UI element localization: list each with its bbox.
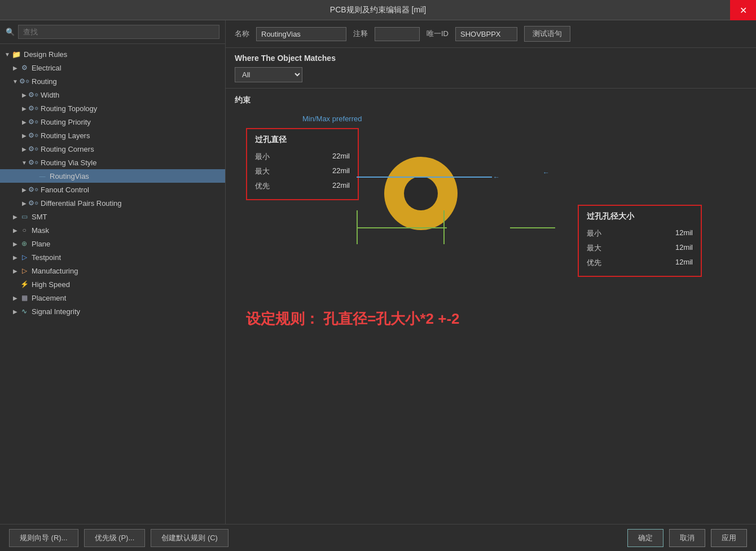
gear-icon-width: ⚙⚙ xyxy=(28,90,38,100)
arrow-mask: ▶ xyxy=(11,227,19,233)
via-hole-max-value: 12mil xyxy=(675,243,693,253)
via-hole-min-row: 最小 12mil xyxy=(587,226,693,241)
label-electrical: Electrical xyxy=(32,64,61,72)
gear-icon-electrical: ⚙ xyxy=(19,63,29,73)
title-bar: PCB规则及约束编辑器 [mil] ✕ xyxy=(0,0,756,20)
search-bar: 🔍 xyxy=(0,20,225,44)
tree-item-electrical[interactable]: ▶ ⚙ Electrical xyxy=(0,61,225,74)
diameter-arrow: ← xyxy=(357,173,500,181)
name-input[interactable] xyxy=(256,27,346,41)
comment-input[interactable] xyxy=(375,27,420,41)
arrow-design-rules: ▼ xyxy=(3,51,11,58)
label-diff-pairs: Differential Pairs Routing xyxy=(41,199,122,208)
constraint-title: 约束 xyxy=(235,95,747,105)
gear-icon-fanout: ⚙⚙ xyxy=(28,184,38,195)
arrow-routing: ▼ xyxy=(11,78,19,85)
tree-item-smt[interactable]: ▶ ▭ SMT xyxy=(0,210,225,223)
arrow-smt: ▶ xyxy=(11,214,19,220)
test-button[interactable]: 测试语句 xyxy=(524,26,570,42)
label-routing-corners: Routing Corners xyxy=(41,145,94,153)
arrow-diff-pairs: ▶ xyxy=(20,200,28,206)
tree-item-signal-integrity[interactable]: ▶ ∿ Signal Integrity xyxy=(0,305,225,318)
cancel-button[interactable]: 取消 xyxy=(669,529,705,547)
tree-item-design-rules[interactable]: ▼ 📁 Design Rules xyxy=(0,47,225,61)
via-hole-min-label: 最小 xyxy=(587,228,601,239)
create-default-button[interactable]: 创建默认规则 (C) xyxy=(151,529,228,547)
tree-item-diff-pairs[interactable]: ▶ ⚙⚙ Differential Pairs Routing xyxy=(0,196,225,210)
arrow-electrical: ▶ xyxy=(11,65,19,71)
icon-mask: ○ xyxy=(19,225,29,235)
close-button[interactable]: ✕ xyxy=(730,0,756,20)
tree-item-testpoint[interactable]: ▶ ▷ Testpoint xyxy=(0,250,225,264)
search-input[interactable] xyxy=(18,25,219,39)
tree-item-mask[interactable]: ▶ ○ Mask xyxy=(0,223,225,237)
icon-smt: ▭ xyxy=(19,211,29,222)
via-diagram-area: Min/Max preferred 过孔直径 最小 22mil 最大 22mil… xyxy=(235,114,747,351)
rule-wizard-button[interactable]: 规则向导 (R)... xyxy=(9,529,78,547)
label-width: Width xyxy=(41,91,59,99)
tree-item-routing-layers[interactable]: ▶ ⚙⚙ Routing Layers xyxy=(0,129,225,142)
rule-header: 名称 注释 唯一ID SHOVBPPX 测试语句 xyxy=(226,20,756,48)
arrow-high-speed xyxy=(11,281,19,288)
gear-icon-via-style: ⚙⚙ xyxy=(28,157,38,167)
via-diameter-min-row: 最小 22mil xyxy=(255,149,350,164)
gear-icon-topology: ⚙⚙ xyxy=(28,103,38,113)
gear-icon-routing: ⚙⚙ xyxy=(19,76,29,86)
arrow-routing-topology: ▶ xyxy=(20,105,28,112)
arrow-routing-vias xyxy=(29,173,37,179)
label-manufacturing: Manufacturing xyxy=(32,267,78,275)
icon-testpoint: ▷ xyxy=(19,252,29,262)
constraint-section: 约束 Min/Max preferred 过孔直径 最小 22mil 最大 22… xyxy=(226,89,756,524)
confirm-button[interactable]: 确定 xyxy=(627,529,663,547)
comment-label: 注释 xyxy=(353,29,368,39)
arrow-manufacturing: ▶ xyxy=(11,268,19,274)
via-diameter-max-label: 最大 xyxy=(255,166,270,177)
tree-item-placement[interactable]: ▶ ▦ Placement xyxy=(0,291,225,305)
tree-item-routing[interactable]: ▼ ⚙⚙ Routing xyxy=(0,74,225,88)
label-routing-priority: Routing Priority xyxy=(41,118,91,126)
where-section: Where The Object Matches All Net Net Cla… xyxy=(226,48,756,89)
gear-icon-diff-pairs: ⚙⚙ xyxy=(28,198,38,208)
gear-icon-priority: ⚙⚙ xyxy=(28,117,38,127)
via-diameter-pref-value: 22mil xyxy=(332,181,350,191)
via-hole-pref-label: 优先 xyxy=(587,258,601,268)
icon-plane: ⊕ xyxy=(19,239,29,249)
where-select[interactable]: All Net Net Class Layer Custom xyxy=(235,67,302,82)
via-hole-title: 过孔孔径大小 xyxy=(587,211,693,222)
tree-item-routing-via-style[interactable]: ▼ ⚙⚙ Routing Via Style xyxy=(0,156,225,169)
via-diameter-title: 过孔直径 xyxy=(255,135,350,145)
icon-placement: ▦ xyxy=(19,293,29,303)
priority-button[interactable]: 优先级 (P)... xyxy=(84,529,146,547)
name-label: 名称 xyxy=(235,29,249,39)
label-high-speed: High Speed xyxy=(32,280,70,289)
tree-item-manufacturing[interactable]: ▶ ▷ Manufacturing xyxy=(0,264,225,277)
label-routing-layers: Routing Layers xyxy=(41,131,90,140)
label-routing-vias: RoutingVias xyxy=(50,172,89,180)
label-placement: Placement xyxy=(32,294,66,302)
search-icon: 🔍 xyxy=(6,28,15,36)
via-hole-box: 过孔孔径大小 最小 12mil 最大 12mil 优先 12mil xyxy=(578,205,702,277)
via-hole-pref-row: 优先 12mil xyxy=(587,255,693,270)
tree-item-routing-topology[interactable]: ▶ ⚙⚙ Routing Topology xyxy=(0,102,225,115)
vert-right xyxy=(443,210,445,244)
tree-item-plane[interactable]: ▶ ⊕ Plane xyxy=(0,237,225,250)
tree-item-routing-corners[interactable]: ▶ ⚙⚙ Routing Corners xyxy=(0,142,225,156)
icon-high-speed: ⚡ xyxy=(19,279,29,289)
via-diameter-box: 过孔直径 最小 22mil 最大 22mil 优先 22mil xyxy=(246,128,359,200)
via-diameter-max-value: 22mil xyxy=(332,166,350,177)
label-design-rules: Design Rules xyxy=(24,50,67,59)
annotation-text: 设定规则： 孔直径=孔大小*2 +-2 xyxy=(246,309,460,329)
via-diameter-pref-row: 优先 22mil xyxy=(255,179,350,193)
tree-item-high-speed[interactable]: ⚡ High Speed xyxy=(0,277,225,291)
tree-item-fanout-control[interactable]: ▶ ⚙⚙ Fanout Control xyxy=(0,183,225,196)
min-max-label: Min/Max preferred xyxy=(302,114,362,123)
tree-item-routing-vias[interactable]: — RoutingVias xyxy=(0,169,225,183)
apply-button[interactable]: 应用 xyxy=(711,529,747,547)
icon-manufacturing: ▷ xyxy=(19,266,29,276)
tree-item-width[interactable]: ▶ ⚙⚙ Width xyxy=(0,88,225,102)
tree-item-routing-priority[interactable]: ▶ ⚙⚙ Routing Priority xyxy=(0,115,225,129)
window-title: PCB规则及约束编辑器 [mil] xyxy=(330,5,426,15)
via-diameter-pref-label: 优先 xyxy=(255,181,270,191)
icon-signal-integrity: ∿ xyxy=(19,306,29,316)
right-panel: 名称 注释 唯一ID SHOVBPPX 测试语句 Where The Objec… xyxy=(226,20,756,524)
